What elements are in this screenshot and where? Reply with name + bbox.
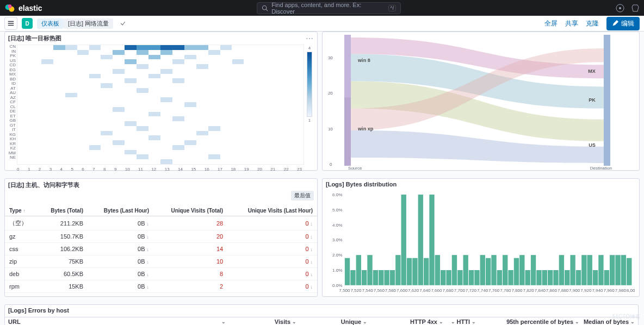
edit-button[interactable]: 编辑 xyxy=(606,17,640,30)
svg-rect-67 xyxy=(570,255,575,285)
svg-text:7,920: 7,920 xyxy=(580,288,592,293)
svg-text:4.0%: 4.0% xyxy=(332,223,342,228)
breadcrumb-dashboards[interactable]: 仪表板 xyxy=(37,18,64,29)
svg-rect-73 xyxy=(604,270,609,285)
elastic-logo[interactable]: elastic xyxy=(4,3,42,14)
svg-text:7,980: 7,980 xyxy=(615,288,627,293)
fullscreen-link[interactable]: 全屏 xyxy=(544,19,558,28)
col-bytes-total[interactable]: Bytes (Total) xyxy=(38,205,88,216)
clone-link[interactable]: 克隆 xyxy=(586,19,599,28)
svg-text:7,840: 7,840 xyxy=(535,288,546,293)
svg-rect-33 xyxy=(379,270,383,285)
table-row[interactable]: gz150.7KB0B↓200↓ xyxy=(5,230,317,243)
col-htti[interactable]: ⌄HTTI⌄ xyxy=(443,318,476,325)
svg-text:0.0%: 0.0% xyxy=(332,283,342,288)
svg-rect-41 xyxy=(424,258,429,285)
search-shortcut: ^/ xyxy=(388,5,397,11)
svg-rect-57 xyxy=(514,258,519,285)
col-95th[interactable]: 95th percentile of bytes⌄ xyxy=(476,318,579,325)
col-visits-hour[interactable]: Unique Visits (Last Hour) xyxy=(227,205,317,216)
hosts-table-title: [日志] 主机、访问和字节表 xyxy=(5,179,317,191)
svg-rect-68 xyxy=(576,270,581,285)
svg-text:5.0%: 5.0% xyxy=(332,208,342,212)
svg-text:7,520: 7,520 xyxy=(350,288,362,293)
svg-text:7,900: 7,900 xyxy=(569,288,580,293)
svg-rect-69 xyxy=(581,255,586,285)
svg-rect-49 xyxy=(469,270,474,285)
global-search[interactable]: Find apps, content, and more. Ex: Discov… xyxy=(257,2,401,14)
svg-rect-74 xyxy=(610,255,615,285)
svg-point-6 xyxy=(619,7,621,9)
svg-rect-42 xyxy=(429,195,434,285)
svg-rect-56 xyxy=(508,270,513,285)
svg-line-4 xyxy=(266,9,268,11)
sankey-panel: 0 10 20 30 win 8 win xp MX PK xyxy=(322,32,640,171)
svg-text:7,760: 7,760 xyxy=(488,288,500,293)
heatmap-legend: 4 1 xyxy=(304,45,315,165)
help-icon[interactable] xyxy=(616,4,624,12)
svg-text:7,800: 7,800 xyxy=(511,288,523,293)
svg-text:7,820: 7,820 xyxy=(523,288,535,293)
svg-rect-66 xyxy=(565,270,569,285)
svg-rect-62 xyxy=(542,270,547,285)
watermark: 51CTO博客 xyxy=(612,313,641,321)
svg-rect-37 xyxy=(401,195,406,285)
nav-menu-button[interactable] xyxy=(4,17,17,30)
heatmap-y-labels: CNINPKUSCDEGMXBDIDATAUAZCFCLDEETGBGTITKG… xyxy=(7,45,17,165)
col-visits[interactable]: Visits⌄ xyxy=(226,318,296,325)
check-icon xyxy=(120,20,126,27)
share-link[interactable]: 共享 xyxy=(565,19,578,28)
bytes-dist-chart[interactable]: 0.0%1.0%2.0%3.0%4.0%5.0%6.0%7,5007,5207,… xyxy=(327,192,635,295)
svg-text:7,500: 7,500 xyxy=(339,288,350,293)
svg-rect-35 xyxy=(390,270,395,285)
table-row[interactable]: rpm15KB0B↓20↓ xyxy=(5,280,317,293)
svg-rect-71 xyxy=(593,270,598,285)
svg-rect-70 xyxy=(587,255,592,285)
breadcrumb: 仪表板 [日志] 网络流量 xyxy=(37,18,113,29)
heatmap-grid[interactable] xyxy=(17,45,304,165)
last-value-badge[interactable]: 最后值 xyxy=(291,191,314,201)
table-row[interactable]: css106.2KB0B↓140↓ xyxy=(5,243,317,255)
col-unique[interactable]: Unique⌄ xyxy=(296,318,367,325)
newsfeed-icon[interactable] xyxy=(631,4,640,12)
svg-rect-27 xyxy=(345,258,350,285)
col-http4xx[interactable]: HTTP 4xx⌄ xyxy=(367,318,443,325)
bytes-dist-title: [Logs] Bytes distribution xyxy=(323,179,639,190)
svg-text:7,700: 7,700 xyxy=(454,288,466,293)
svg-text:7,780: 7,780 xyxy=(500,288,511,293)
svg-rect-76 xyxy=(621,255,626,285)
table-row[interactable]: （空）211.2KB0B↓280↓ xyxy=(5,216,317,230)
table-row[interactable]: deb60.5KB0B↓80↓ xyxy=(5,268,317,280)
search-icon xyxy=(262,5,268,11)
breadcrumb-current: [日志] 网络流量 xyxy=(64,18,113,29)
svg-rect-61 xyxy=(536,270,541,285)
svg-rect-63 xyxy=(548,270,553,285)
svg-text:7,940: 7,940 xyxy=(592,288,603,293)
svg-rect-77 xyxy=(627,258,631,285)
errors-panel: [Logs] Errors by host URL⌄ Visits⌄ Uniqu… xyxy=(4,304,639,325)
svg-text:7,540: 7,540 xyxy=(362,288,374,293)
col-type[interactable]: Type↑ xyxy=(5,205,38,216)
svg-text:win 8: win 8 xyxy=(357,58,370,63)
svg-rect-28 xyxy=(350,270,355,285)
heatmap-panel: [日志] 唯一目标热图 ⋯ CNINPKUSCDEGMXBDIDATAUAZCF… xyxy=(4,32,318,171)
svg-rect-47 xyxy=(457,270,462,285)
col-visits-total[interactable]: Unique Visits (Total) xyxy=(153,205,227,216)
sankey-chart[interactable]: 0 10 20 30 win 8 win xp MX PK xyxy=(323,32,639,170)
svg-text:20: 20 xyxy=(328,91,333,96)
col-bytes-hour[interactable]: Bytes (Last Hour) xyxy=(88,205,153,216)
svg-text:7,860: 7,860 xyxy=(546,288,558,293)
svg-text:7,680: 7,680 xyxy=(443,288,454,293)
space-avatar[interactable]: D xyxy=(22,18,33,29)
panel-menu-icon[interactable]: ⋯ xyxy=(306,34,314,43)
svg-text:1.0%: 1.0% xyxy=(332,268,342,273)
hamburger-icon xyxy=(7,20,15,27)
svg-rect-36 xyxy=(395,255,400,285)
col-url[interactable]: URL⌄ xyxy=(8,318,226,325)
svg-point-3 xyxy=(263,5,267,9)
svg-text:0: 0 xyxy=(330,162,332,167)
table-row[interactable]: zip75KB0B↓100↓ xyxy=(5,255,317,268)
svg-rect-46 xyxy=(452,255,457,285)
svg-rect-52 xyxy=(486,258,491,285)
hosts-table: Type↑ Bytes (Total) Bytes (Last Hour) Un… xyxy=(5,205,317,293)
